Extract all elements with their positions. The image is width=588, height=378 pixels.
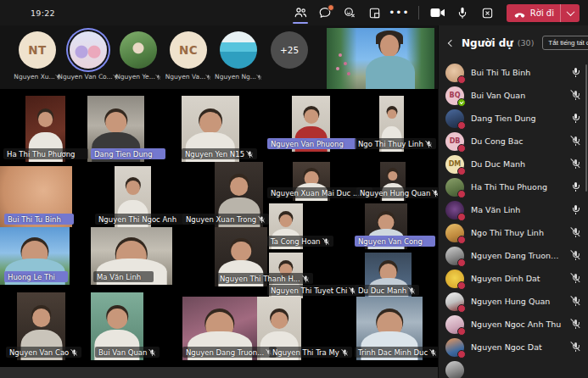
strip-avatar-1[interactable]: Nguyen Van Co... [63,31,114,81]
participants-button[interactable] [290,3,311,23]
mic-icon [456,6,469,19]
video-tile[interactable]: Bui Van Quan [91,292,143,360]
mic-status-icon[interactable] [570,273,581,285]
presence-badge [457,190,466,198]
participant-name-label: Nguyen Van Phuong [267,138,356,149]
mic-status-icon[interactable] [570,181,581,193]
participant-count: (30) [518,38,535,47]
avatar-initials: NT [19,31,56,69]
presence-badge [457,121,466,130]
mic-status-icon[interactable] [570,67,581,79]
breakout-rooms-button[interactable] [364,3,384,23]
strip-overflow-avatar[interactable]: +25 [264,31,315,69]
mic-status-icon[interactable] [570,250,581,262]
avatar-photo [70,31,107,69]
video-tile[interactable]: Nguyen Yen N15 [182,96,239,162]
mic-status-icon[interactable] [570,136,581,147]
participant-name-label: Bui Van Quan [95,347,160,358]
more-icon: ••• [389,8,409,17]
more-options-button[interactable]: ••• [389,3,409,23]
participant-name-label: Du Duc Manh [355,285,419,296]
video-tile[interactable]: Ma Văn Linh [91,227,172,285]
participant-name: Bui Thi Tu Binh [471,68,563,77]
leave-button[interactable]: Rời đi [507,4,580,22]
presence-badge [457,213,466,221]
breakout-rooms-icon [368,7,381,19]
video-tile[interactable]: Nguyen Hung Quan [380,162,406,201]
mic-status-icon [341,348,349,357]
presence-badge [457,327,466,336]
chat-button[interactable] [315,3,335,23]
presence-badge [457,167,466,175]
camera-button[interactable] [428,3,448,23]
participant-name: Du Cong Bac [471,136,563,146]
video-tile[interactable]: Nguyen Thi Thanh H... [215,227,267,286]
presence-badge [457,258,466,267]
stop-share-button[interactable] [477,3,497,23]
participant-name: Nguyen Ngoc Dat [471,342,563,352]
mic-status-icon[interactable] [570,113,581,125]
video-tile[interactable]: Nguyen Van Cong [365,203,407,249]
panel-back-button[interactable] [445,37,457,49]
video-tile[interactable]: Bui Thi Tu Binh [0,166,72,227]
toolbar-divider [418,6,419,19]
participant-name: Ha Thi Thu Phuong [471,182,563,192]
participant-row[interactable]: Nguyen Dinh Dat [439,267,588,290]
participant-row[interactable]: Nguyen Hung Quan [439,290,588,313]
participant-row[interactable]: DM Du Duc Manh [439,153,588,175]
video-tile[interactable]: Trinh Dac Minh Duc [356,297,423,360]
strip-avatar-2[interactable]: Nguyen Ye... [113,31,164,81]
panel-title: Người dự [462,37,513,49]
participant-name-label: Nguyen Thi Thanh H... [216,273,313,284]
mic-status-icon[interactable] [570,319,581,331]
participant-row[interactable]: BQ Bui Van Quan [439,84,588,107]
mic-muted-icon [155,74,161,80]
participant-row[interactable]: Bui Thi Tu Binh [439,61,588,84]
participant-name-label: Nguyen Van Cong [355,236,435,247]
mic-status-icon [70,348,78,357]
mic-status-icon[interactable] [570,158,581,170]
participant-row[interactable]: DB Du Cong Bac [439,130,588,153]
strip-avatar-4[interactable]: Nguyen Ng... [213,31,264,81]
participant-row[interactable]: Nguyen Ngoc Anh Thu [439,313,588,336]
mic-status-icon[interactable] [570,204,581,216]
video-tile[interactable]: Nguyen Van Cao [17,292,65,360]
strip-avatar-name: Nguyen Va... [163,73,214,81]
video-tile[interactable]: Nguyen Xuan Trong [215,162,263,227]
participant-row[interactable]: Nguyen Dang Truong Giang [439,244,588,267]
participant-row[interactable]: Dang Tien Dung [439,107,588,130]
participant-row[interactable]: Nguyen Ngoc Dat [439,336,588,359]
leave-menu-chevron[interactable] [561,4,580,22]
participant-row[interactable]: Ngo Thi Thuy Linh [439,221,588,244]
participant-name-label: Nguyen Thi Tra My [269,347,352,358]
strip-avatar-0[interactable]: NT Nguyen Xu... [12,31,63,81]
mic-status-icon[interactable] [570,342,581,353]
participant-row[interactable]: Ma Văn Linh [439,198,588,221]
participant-name-label: Nguyen Thi Tuyet Chi [267,285,360,296]
video-tile[interactable]: Dang Tien Dung [87,96,144,162]
video-tile[interactable]: Huong Le Thi [0,227,70,285]
strip-avatar-name: Nguyen Ye... [113,73,164,81]
reactions-button[interactable] [339,3,360,23]
mic-button[interactable] [452,3,473,23]
video-tile[interactable]: Nguyen Van Phuong [292,96,330,152]
mic-status-icon[interactable] [570,227,581,239]
self-video-tile[interactable] [327,28,434,89]
video-tile[interactable]: Nguyen Thi Ngoc Anh [115,166,151,227]
participant-row[interactable]: Ha Thi Thu Phuong [439,175,588,198]
strip-avatar-3[interactable]: NC Nguyen Va... [163,31,214,81]
mic-status-icon [246,150,254,158]
panel-scrollbar[interactable] [585,64,587,192]
chevron-left-icon [448,39,455,46]
participant-name-label: Nguyen Van Cao [6,347,81,358]
video-tile[interactable]: Ta Cong Hoan [269,203,303,249]
mic-muted-icon [205,74,211,80]
video-tile[interactable]: Nguyen Dang Truon... [182,297,257,360]
video-tile[interactable]: Ngo Thi Thuy Linh [379,96,404,152]
video-tile[interactable]: Du Duc Manh [365,253,412,298]
video-tile[interactable]: Ha Thi Thu Phương [25,96,65,162]
video-tile[interactable]: Nguyen Xuan Mai Duc ... [293,162,330,201]
mic-status-icon[interactable] [570,296,581,308]
mute-all-button[interactable]: Tắt tiếng tất cả [542,36,588,50]
mic-status-icon[interactable] [570,90,581,102]
